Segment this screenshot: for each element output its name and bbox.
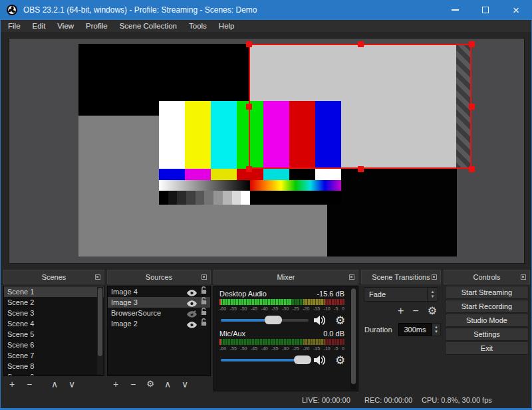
selection-handle-bottom-right[interactable] <box>469 166 475 172</box>
channel-level: 0.0 dB <box>323 329 344 338</box>
visibility-eye-icon[interactable] <box>187 288 197 295</box>
selection-handle-bottom-left[interactable] <box>246 166 252 172</box>
unlock-icon[interactable] <box>200 286 207 297</box>
exit-button[interactable]: Exit <box>445 342 529 355</box>
scene-list-item[interactable]: Scene 2 <box>4 297 104 308</box>
minimize-icon <box>452 9 459 11</box>
move-source-up-button[interactable]: ∧ <box>159 377 176 391</box>
unlock-icon[interactable] <box>200 308 207 318</box>
transition-select[interactable]: Fade ▲ ▼ <box>364 287 438 302</box>
scene-list-item[interactable]: Scene 1 <box>4 286 104 297</box>
source-list-item[interactable]: Image 3 <box>108 297 210 308</box>
source-properties-button[interactable]: ⚙ <box>142 377 159 391</box>
add-source-button[interactable]: + <box>107 377 124 391</box>
duration-stepper[interactable]: ▲ ▼ <box>432 323 441 336</box>
volume-slider-handle[interactable] <box>265 316 282 324</box>
channel-settings-gear-icon[interactable]: ⚙ <box>335 354 345 367</box>
settings-button[interactable]: Settings <box>445 328 529 341</box>
source-name: Image 2 <box>111 320 138 328</box>
selection-handle-bottom-center[interactable] <box>358 166 364 172</box>
mixer-channel-mic-aux: Mic/Aux 0.0 dB -60-55-50-45-40-35-30-25-… <box>219 329 344 366</box>
remove-scene-button[interactable]: − <box>21 377 38 391</box>
volume-slider[interactable] <box>221 319 309 322</box>
panel-dock-icon[interactable] <box>95 274 100 280</box>
scenes-scrollbar[interactable] <box>97 287 103 375</box>
sources-panel-header[interactable]: Sources <box>107 270 211 284</box>
move-scene-up-button[interactable]: ∧ <box>46 377 63 391</box>
sources-list[interactable]: Image 4Image 3BrowserSourceImage 2 <box>107 286 211 376</box>
controls-panel-header[interactable]: Controls <box>444 270 530 284</box>
volume-slider-handle[interactable] <box>294 356 311 364</box>
add-scene-button[interactable]: + <box>3 377 21 391</box>
menu-item-edit[interactable]: Edit <box>27 20 52 32</box>
duration-input[interactable]: 300ms <box>398 323 432 336</box>
maximize-button[interactable] <box>470 0 501 20</box>
close-button[interactable]: × <box>501 0 531 20</box>
panel-dock-icon[interactable] <box>349 274 354 280</box>
mixer-body: Desktop Audio -15.6 dB -60-55-50-45-40-3… <box>213 286 358 391</box>
studio-mode-button[interactable]: Studio Mode <box>445 314 529 327</box>
sources-panel-title: Sources <box>146 273 172 281</box>
scene-list-item[interactable]: Scene 7 <box>4 350 104 361</box>
panel-dock-icon[interactable] <box>201 274 207 280</box>
transition-buttons: + − ⚙ <box>398 304 437 318</box>
menu-item-view[interactable]: View <box>51 20 80 32</box>
source-list-item[interactable]: Image 4 <box>108 286 210 297</box>
window-title: OBS 23.2.1 (64-bit, windows) - Profile: … <box>23 0 257 20</box>
volume-slider[interactable] <box>221 359 309 361</box>
source-black-rect-2[interactable] <box>327 169 457 256</box>
scene-list-item[interactable]: Scene 9 <box>4 371 104 376</box>
unlock-icon[interactable] <box>200 297 207 308</box>
transition-properties-button[interactable]: ⚙ <box>428 304 437 318</box>
scene-list-item[interactable]: Scene 3 <box>4 308 104 318</box>
selection-border[interactable] <box>249 44 471 169</box>
transitions-panel-header[interactable]: Scene Transitions <box>361 270 441 284</box>
speaker-icon[interactable] <box>314 315 327 326</box>
source-name: BrowserSource <box>111 309 161 317</box>
minimize-button[interactable] <box>440 0 470 20</box>
colorbars-step-row <box>159 191 341 205</box>
panel-dock-icon[interactable] <box>521 274 526 280</box>
selection-handle-top-center[interactable] <box>358 41 364 47</box>
scene-list-item[interactable]: Scene 4 <box>4 318 104 329</box>
scene-preview-canvas[interactable] <box>9 38 525 264</box>
scenes-list[interactable]: Scene 1Scene 2Scene 3Scene 4Scene 5Scene… <box>3 286 104 376</box>
move-scene-down-button[interactable]: ∨ <box>63 377 80 391</box>
scene-list-item[interactable]: Scene 8 <box>4 361 104 371</box>
selection-handle-mid-right[interactable] <box>469 104 475 110</box>
source-list-item[interactable]: BrowserSource <box>108 308 210 318</box>
scene-list-item[interactable]: Scene 6 <box>4 340 104 350</box>
source-name: Image 3 <box>111 298 138 306</box>
selection-handle-top-right[interactable] <box>469 41 475 47</box>
visibility-eye-icon[interactable] <box>187 299 197 306</box>
add-transition-button[interactable]: + <box>398 304 404 318</box>
unlock-icon[interactable] <box>200 318 207 329</box>
menu-item-help[interactable]: Help <box>213 20 241 32</box>
selection-handle-mid-left[interactable] <box>246 104 252 110</box>
titlebar[interactable]: OBS 23.2.1 (64-bit, windows) - Profile: … <box>1 0 531 20</box>
panel-dock-icon[interactable] <box>432 274 437 280</box>
menu-item-file[interactable]: File <box>2 20 27 32</box>
speaker-icon[interactable] <box>314 355 327 365</box>
menu-item-profile[interactable]: Profile <box>80 20 114 32</box>
channel-settings-gear-icon[interactable]: ⚙ <box>335 314 345 328</box>
start-streaming-button[interactable]: Start Streaming <box>445 286 529 299</box>
start-recording-button[interactable]: Start Recording <box>445 300 529 313</box>
source-list-item[interactable]: Image 2 <box>108 318 210 329</box>
mixer-scrollbar[interactable] <box>350 288 356 389</box>
menu-item-tools[interactable]: Tools <box>183 20 213 32</box>
selection-handle-top-left[interactable] <box>246 41 252 47</box>
scenes-panel-header[interactable]: Scenes <box>3 270 104 284</box>
rec-time-status: REC: 00:00:00 <box>364 396 412 404</box>
menu-item-scene-collection[interactable]: Scene Collection <box>114 20 183 32</box>
remove-source-button[interactable]: − <box>124 377 142 391</box>
scene-list-item[interactable]: Scene 5 <box>4 329 104 340</box>
visibility-eye-off-icon[interactable] <box>187 310 197 316</box>
visibility-eye-icon[interactable] <box>187 320 197 327</box>
volume-meter <box>219 299 344 305</box>
transition-select-stepper[interactable]: ▲ ▼ <box>427 288 438 301</box>
controls-panel-title: Controls <box>473 273 501 281</box>
move-source-down-button[interactable]: ∨ <box>176 377 194 391</box>
mixer-panel-header[interactable]: Mixer <box>213 270 358 284</box>
remove-transition-button[interactable]: − <box>412 304 418 318</box>
